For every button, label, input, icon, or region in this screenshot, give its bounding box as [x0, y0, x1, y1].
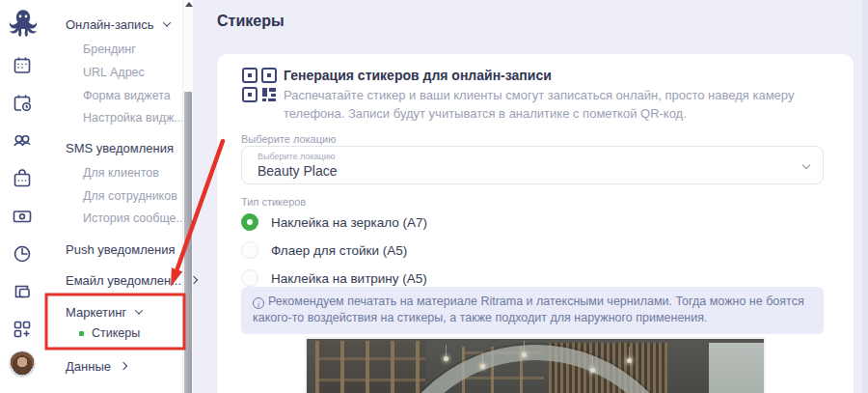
card-device-icon[interactable] — [11, 280, 34, 303]
location-label: Выберите локацию — [241, 133, 336, 145]
sidebar-item-for-clients[interactable]: Для клиентов — [83, 164, 159, 182]
sidebar-scrollbar[interactable] — [182, 0, 193, 393]
icon-rail — [0, 0, 45, 393]
radio-label: Флаер для стойки (А5) — [271, 243, 407, 258]
radio-option-flyer[interactable]: Флаер для стойки (А5) — [241, 240, 407, 260]
salon-photo — [305, 337, 766, 393]
info-note-text: Рекомендуем печатать на материале Ritram… — [253, 295, 804, 324]
clock-icon[interactable] — [11, 242, 34, 266]
sidebar-item-branding[interactable]: Брендинг — [83, 41, 136, 58]
sidebar-item-label: Для сотрудников — [83, 189, 177, 203]
sidebar-item-push-notifications[interactable]: Push уведомления — [66, 240, 191, 258]
qr-code-icon — [241, 67, 278, 103]
sidebar-item-label: URL Адрес — [83, 66, 145, 79]
sidebar-item-label: Емайл уведомлен... — [66, 273, 181, 288]
sidebar-item-sms-notifications[interactable]: SMS уведомления — [66, 139, 189, 156]
location-select[interactable]: Выберите локацию Beauty Place — [241, 146, 824, 184]
clients-icon[interactable] — [11, 129, 34, 153]
user-avatar[interactable] — [9, 351, 36, 378]
chevron-right-icon — [120, 362, 127, 370]
radio-option-mirror[interactable]: Наклейка на зеркало (А7) — [241, 212, 427, 232]
sidebar-item-label: История сообще... — [83, 211, 186, 225]
chevron-down-icon — [802, 161, 810, 169]
sidebar-item-widget-settings[interactable]: Настройка видж... — [83, 109, 184, 126]
feature-description: Распечатайте стикер и ваши клиенты смогу… — [284, 86, 824, 123]
radio-selected-icon[interactable] — [241, 213, 258, 231]
chevron-down-icon — [162, 18, 170, 26]
sidebar-item-label: Для клиентов — [83, 166, 159, 180]
sidebar-item-label: SMS уведомления — [66, 141, 174, 155]
sidebar-item-online-booking[interactable]: Онлайн-запись — [66, 15, 170, 33]
apps-plus-icon[interactable] — [11, 318, 34, 341]
radio-unselected-icon[interactable] — [241, 241, 258, 259]
radio-label: Наклейка на витрину (А5) — [271, 271, 427, 286]
sidebar-item-message-history[interactable]: История сообще... — [83, 210, 186, 227]
radio-option-showcase[interactable]: Наклейка на витрину (А5) — [241, 268, 427, 288]
page-title: Стикеры — [217, 13, 285, 30]
active-bullet — [79, 331, 84, 336]
main-scrollbar-track[interactable] — [862, 0, 868, 393]
sidebar-item-stickers[interactable]: Стикеры — [79, 324, 140, 342]
scroll-up-arrow-icon[interactable] — [185, 2, 193, 7]
sidebar-item-label: Брендинг — [83, 42, 136, 56]
feature-title: Генерация стикеров для онлайн-записи — [284, 68, 552, 83]
sidebar-item-data[interactable]: Данные — [66, 357, 126, 375]
inventory-icon[interactable] — [11, 167, 34, 190]
sidebar-nav: Онлайн-запись Брендинг URL Адрес Форма в… — [45, 0, 182, 393]
sidebar-item-email-notifications[interactable]: Емайл уведомлен... — [66, 271, 197, 289]
sidebar-scrollbar-thumb[interactable] — [184, 92, 192, 393]
radio-label: Наклейка на зеркало (А7) — [271, 215, 427, 230]
sidebar-item-url-address[interactable]: URL Адрес — [83, 64, 145, 81]
calendar-clock-icon[interactable] — [11, 92, 34, 115]
sidebar-item-label: Push уведомления — [66, 242, 176, 257]
select-value: Beauty Place — [258, 163, 338, 179]
sidebar-item-widget-form[interactable]: Форма виджета — [83, 87, 171, 104]
app-window: Онлайн-запись Брендинг URL Адрес Форма в… — [0, 0, 868, 393]
info-note: iРекомендуем печатать на материале Ritra… — [241, 287, 824, 334]
sticker-type-label: Тип стикеров — [241, 196, 306, 208]
sidebar-item-label: Данные — [66, 359, 111, 374]
main-content: Стикеры Генерация стикеров д — [193, 0, 868, 393]
sidebar-item-label: Стикеры — [92, 326, 140, 340]
octopus-logo-icon[interactable] — [7, 7, 40, 40]
payments-icon[interactable] — [11, 205, 34, 228]
sidebar-item-label: Форма виджета — [83, 89, 171, 102]
chevron-down-icon — [135, 306, 143, 314]
calendar-icon[interactable] — [11, 54, 34, 77]
select-floating-label: Выберите локацию — [258, 152, 336, 161]
stickers-card: Генерация стикеров для онлайн-записи Рас… — [217, 54, 854, 393]
sidebar-item-label: Маркетинг — [66, 305, 126, 320]
sidebar-item-marketing[interactable]: Маркетинг — [66, 303, 142, 321]
info-icon: i — [253, 297, 264, 309]
sidebar-item-label: Онлайн-запись — [66, 17, 154, 32]
radio-unselected-icon[interactable] — [241, 269, 258, 287]
sidebar-item-label: Настройка видж... — [83, 111, 184, 125]
sidebar-item-for-staff[interactable]: Для сотрудников — [83, 187, 177, 205]
